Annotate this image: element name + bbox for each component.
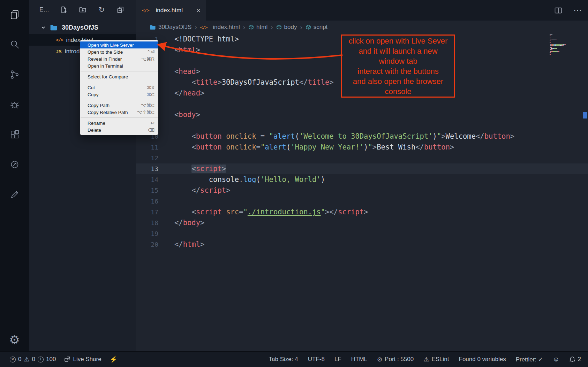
problems-indicator[interactable]: ✕ 0 ⚠ 0 i 100 bbox=[10, 356, 56, 363]
code-line-10[interactable]: 10 <button onclick = "alert('Welcome to … bbox=[136, 131, 588, 142]
menu-item-shortcut: ⌃⏎ bbox=[146, 49, 154, 55]
encoding-indicator[interactable]: UTF-8 bbox=[308, 356, 325, 363]
minimap-segment bbox=[566, 44, 566, 45]
menu-item-delete[interactable]: Delete⌫ bbox=[80, 127, 158, 133]
folder-row-30daysofjs[interactable]: 30DaysOfJS bbox=[29, 21, 136, 34]
code-line-12[interactable]: 12 bbox=[136, 153, 588, 163]
code-line-14[interactable]: 14 console.log('Hello, World') bbox=[136, 174, 588, 185]
new-file-icon[interactable] bbox=[59, 5, 69, 15]
run-debug-icon[interactable] bbox=[6, 96, 23, 113]
explorer-header: E… ↻ bbox=[29, 0, 136, 20]
prettier-status[interactable]: Prettier: ✓ bbox=[516, 356, 543, 363]
code-token: </ bbox=[299, 78, 308, 86]
minimap-line bbox=[550, 54, 582, 55]
code-token: body bbox=[179, 110, 196, 119]
code-token: ( bbox=[295, 132, 299, 140]
eol-indicator[interactable]: LF bbox=[334, 356, 341, 363]
breadcrumb-symbol-body[interactable]: body bbox=[276, 24, 297, 31]
code-token: < bbox=[191, 208, 196, 216]
code-token: Best Wish bbox=[377, 143, 415, 151]
more-actions-icon[interactable]: ⋯ bbox=[573, 6, 582, 15]
menu-separator bbox=[81, 100, 158, 100]
minimap-line bbox=[550, 43, 582, 44]
code-line-17[interactable]: 17 <script src="./introduction.js"></scr… bbox=[136, 207, 588, 217]
refresh-icon[interactable]: ↻ bbox=[97, 5, 106, 15]
menu-item-copy[interactable]: Copy⌘C bbox=[80, 91, 158, 98]
minimap-line bbox=[550, 48, 582, 49]
line-text: <button onclick="alert('Happy New Year!'… bbox=[158, 142, 454, 153]
menu-item-open-to-the-side[interactable]: Open to the Side⌃⏎ bbox=[80, 48, 158, 55]
menu-item-rename[interactable]: Rename↩ bbox=[80, 120, 158, 127]
split-editor-icon[interactable] bbox=[554, 6, 563, 15]
menu-item-label: Copy Relative Path bbox=[88, 110, 132, 115]
tab-size-indicator[interactable]: Tab Size: 4 bbox=[269, 356, 298, 363]
code-line-15[interactable]: 15 </script> bbox=[136, 185, 588, 196]
breadcrumb-file[interactable]: </> index.html bbox=[200, 24, 240, 31]
chevron-right-icon: › bbox=[195, 23, 197, 31]
source-control-icon[interactable] bbox=[6, 66, 23, 83]
code-line-16[interactable]: 16 bbox=[136, 196, 588, 207]
code-line-19[interactable]: 19 bbox=[136, 228, 588, 239]
code-token: > bbox=[200, 89, 204, 97]
code-token bbox=[222, 143, 226, 151]
code-token: console bbox=[209, 175, 239, 184]
collapse-all-icon[interactable] bbox=[115, 5, 125, 15]
explorer-icon[interactable] bbox=[6, 6, 23, 23]
new-folder-icon[interactable] bbox=[78, 5, 88, 15]
live-server-port[interactable]: ⊘ Port : 5500 bbox=[377, 356, 414, 363]
code-token: ./introduction.js bbox=[248, 208, 321, 216]
minimap-line bbox=[550, 49, 582, 50]
code-token: " bbox=[261, 143, 265, 151]
notifications-bell[interactable]: 2 bbox=[569, 356, 581, 363]
code-token: onclick bbox=[226, 132, 256, 140]
code-line-7[interactable]: 7 bbox=[136, 99, 588, 109]
code-token bbox=[174, 132, 191, 140]
minimap[interactable] bbox=[550, 35, 582, 55]
settings-gear-icon[interactable]: ⚙ bbox=[0, 334, 29, 346]
search-icon[interactable] bbox=[6, 36, 23, 53]
lightning-button[interactable]: ⚡ bbox=[110, 356, 118, 362]
variables-status[interactable]: Found 0 variables bbox=[459, 356, 506, 363]
breadcrumb-folder[interactable]: 30DaysOfJS bbox=[150, 24, 191, 31]
code-token: html bbox=[179, 46, 196, 54]
minimap-segment bbox=[563, 45, 564, 46]
code-line-8[interactable]: 8<body> bbox=[136, 109, 588, 120]
code-token: > bbox=[450, 143, 454, 151]
menu-item-copy-relative-path[interactable]: Copy Relative Path⌥⇧⌘C bbox=[80, 109, 158, 116]
annotation-line: and it will launch a new bbox=[359, 46, 437, 56]
eslint-status[interactable]: ⚠ ESLint bbox=[423, 356, 449, 363]
menu-item-label: Reveal in Finder bbox=[88, 56, 136, 62]
explorer-title: E… bbox=[39, 6, 49, 13]
scrollbar-marker bbox=[583, 112, 587, 118]
live-share-button[interactable]: Live Share bbox=[64, 356, 101, 363]
menu-item-open-with-live-server[interactable]: Open with Live Server bbox=[80, 41, 158, 48]
feedback-smiley-icon[interactable]: ☺ bbox=[553, 356, 559, 362]
pen-icon[interactable] bbox=[6, 186, 23, 203]
js-file-icon: JS bbox=[56, 49, 62, 54]
symbol-cube-icon bbox=[276, 24, 282, 30]
minimap-segment bbox=[553, 51, 557, 52]
code-line-11[interactable]: 11 <button onclick="alert('Happy New Yea… bbox=[136, 142, 588, 153]
line-text: <html> bbox=[158, 45, 200, 55]
symbol-cube-icon bbox=[306, 24, 311, 30]
menu-item-open-in-terminal[interactable]: Open in Terminal bbox=[80, 62, 158, 69]
code-line-13[interactable]: 13 <script> bbox=[136, 163, 588, 174]
language-indicator[interactable]: HTML bbox=[351, 356, 367, 363]
menu-item-cut[interactable]: Cut⌘X bbox=[80, 84, 158, 91]
code-token: > bbox=[364, 208, 368, 216]
tab-index-html[interactable]: </> index.html × bbox=[136, 0, 206, 21]
code-line-18[interactable]: 18</body> bbox=[136, 217, 588, 228]
breadcrumb-symbol-html[interactable]: html bbox=[248, 24, 267, 31]
code-line-9[interactable]: 9 bbox=[136, 120, 588, 131]
code-line-20[interactable]: 20</html> bbox=[136, 239, 588, 250]
menu-item-reveal-in-finder[interactable]: Reveal in Finder⌥⌘R bbox=[80, 55, 158, 62]
minimap-segment bbox=[556, 45, 559, 46]
close-icon[interactable]: × bbox=[196, 7, 201, 14]
live-share-icon[interactable] bbox=[6, 156, 23, 173]
breadcrumb-symbol-script[interactable]: script bbox=[306, 24, 328, 31]
menu-item-copy-path[interactable]: Copy Path⌥⌘C bbox=[80, 102, 158, 109]
code-token: <!DOCTYPE html> bbox=[174, 35, 239, 43]
extensions-icon[interactable] bbox=[6, 126, 23, 143]
circle-slash-icon: ⊘ bbox=[377, 356, 382, 362]
menu-item-select-for-compare[interactable]: Select for Compare bbox=[80, 73, 158, 80]
